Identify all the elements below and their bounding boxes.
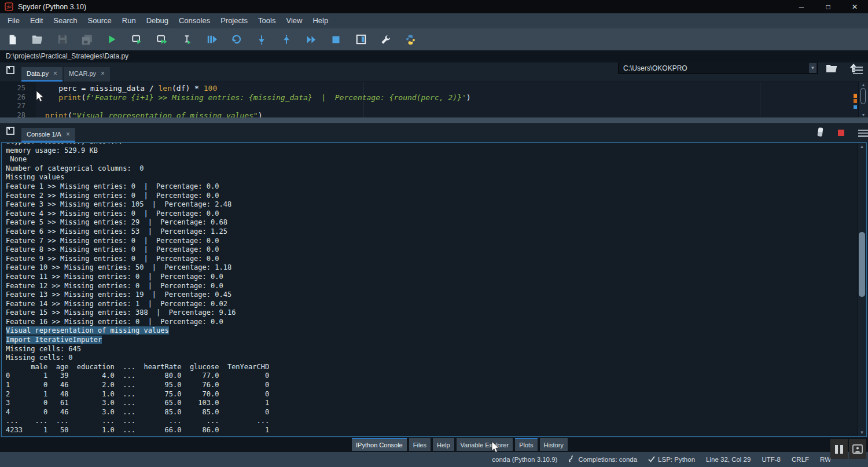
line-number: 25 xyxy=(0,84,36,93)
toolbar-buttons xyxy=(7,28,416,50)
console-line: Missing values xyxy=(6,173,856,182)
menu-item-help[interactable]: Help xyxy=(307,13,333,28)
console-line: Feature 3 >> Missing entries: 105 | Perc… xyxy=(6,200,856,209)
console-line: Feature 16 >> Missing entries: 0 | Perce… xyxy=(6,318,856,327)
close-button[interactable]: ✕ xyxy=(841,0,868,13)
console-line: Feature 13 >> Missing entries: 19 | Perc… xyxy=(6,291,856,300)
console-line: Feature 6 >> Missing entries: 53 | Perce… xyxy=(6,227,856,237)
remove-variables-icon[interactable] xyxy=(816,127,824,139)
editor-tab-data-py[interactable]: Data.py× xyxy=(21,67,62,82)
stop-icon[interactable] xyxy=(330,34,341,45)
console-options-menu-icon[interactable] xyxy=(858,130,868,137)
menu-item-tools[interactable]: Tools xyxy=(253,13,281,28)
bottom-tabs: IPython ConsoleFilesHelpVariable Explore… xyxy=(352,438,570,451)
console-line: Feature 10 >> Missing entries: 50 | Perc… xyxy=(6,263,856,273)
console-line: Feature 14 >> Missing entries: 1 | Perce… xyxy=(6,300,856,309)
menu-item-debug[interactable]: Debug xyxy=(141,13,174,28)
editor-options-menu-icon[interactable] xyxy=(853,67,863,74)
rerun-cell-icon[interactable] xyxy=(231,34,242,45)
image-icon xyxy=(852,444,863,454)
line-number: 27 xyxy=(0,102,36,111)
console-tab-bar: Console 1/A× xyxy=(0,123,868,142)
console-output: dtypes: float64(9), int64(7)memory usage… xyxy=(6,143,856,436)
console-body[interactable]: dtypes: float64(9), int64(7)memory usage… xyxy=(1,142,867,437)
browse-tabs-icon[interactable] xyxy=(6,126,16,135)
continue-icon[interactable] xyxy=(306,34,317,45)
pane-tab-files[interactable]: Files xyxy=(409,438,431,451)
console-tab-console-1-a[interactable]: Console 1/A× xyxy=(21,128,75,142)
python-env-icon[interactable] xyxy=(405,34,416,45)
status-permissions: RW xyxy=(820,456,831,463)
console-scrollbar[interactable]: ▲ ▼ xyxy=(857,143,866,436)
pane-tab-variable-explorer[interactable]: Variable Explorer xyxy=(457,438,513,451)
snake-icon xyxy=(568,455,575,464)
minimize-button[interactable]: ─ xyxy=(788,0,815,13)
menu-item-file[interactable]: File xyxy=(2,13,25,28)
main-toolbar: C:\Users\OKOKPRO ▼ xyxy=(0,28,868,50)
pause-button[interactable] xyxy=(830,439,848,459)
preferences-icon[interactable] xyxy=(380,34,391,45)
console-tab-strip: Console 1/A× xyxy=(21,128,76,142)
status-lsp: LSP: Python xyxy=(648,456,695,464)
code-line: print(f'Feature {i+1} >> Missing entries… xyxy=(41,93,856,102)
pane-tab-ipython-console[interactable]: IPython Console xyxy=(352,438,407,451)
editor-scrollbar[interactable]: ▲ ▼ xyxy=(858,82,868,117)
console-line: Missing cells: 645 xyxy=(6,345,856,354)
open-file-icon[interactable] xyxy=(32,34,43,45)
tab-label: MCAR.py xyxy=(69,70,96,77)
console-line: Feature 5 >> Missing entries: 29 | Perce… xyxy=(6,218,856,227)
close-icon[interactable]: × xyxy=(101,70,105,77)
editor-tab-mcar-py[interactable]: MCAR.py× xyxy=(64,67,110,82)
info-marker xyxy=(854,105,857,109)
browse-tabs-icon[interactable] xyxy=(6,65,16,75)
run-icon[interactable] xyxy=(106,34,117,45)
menu-item-run[interactable]: Run xyxy=(117,13,141,28)
menu-item-view[interactable]: View xyxy=(281,13,307,28)
menu-item-consoles[interactable]: Consoles xyxy=(174,13,215,28)
run-selection-icon[interactable] xyxy=(181,34,192,45)
menu-item-source[interactable]: Source xyxy=(83,13,117,28)
interrupt-kernel-icon[interactable] xyxy=(838,128,844,138)
overlay-buttons xyxy=(830,439,866,459)
line-number-gutter: 25262728 xyxy=(0,82,36,117)
line-number: 28 xyxy=(0,111,36,118)
console-line: Feature 8 >> Missing entries: 0 | Percen… xyxy=(6,245,856,255)
pane-tab-plots[interactable]: Plots xyxy=(515,438,537,451)
new-file-icon[interactable] xyxy=(7,34,18,45)
close-icon[interactable]: × xyxy=(66,131,70,138)
pane-tab-history[interactable]: History xyxy=(540,438,568,451)
menu-item-projects[interactable]: Projects xyxy=(215,13,253,28)
console-line: memory usage: 529.9 KB xyxy=(6,146,856,156)
console-line: Feature 12 >> Missing entries: 0 | Perce… xyxy=(6,282,856,291)
pane-tab-help[interactable]: Help xyxy=(433,438,454,451)
menu-item-edit[interactable]: Edit xyxy=(25,13,48,28)
console-line: None xyxy=(6,155,856,164)
console-line: 4233 1 50 1.0 ... 66.0 86.0 1 xyxy=(6,426,856,435)
menu-item-search[interactable]: Search xyxy=(48,13,82,28)
console-line: 2 1 48 1.0 ... 75.0 70.0 0 xyxy=(6,390,856,399)
close-icon[interactable]: × xyxy=(53,70,57,77)
maximize-pane-icon[interactable] xyxy=(355,34,366,45)
editor-scrollbar-thumb[interactable] xyxy=(860,88,866,104)
warning-marker xyxy=(854,94,857,98)
spyder-logo-icon xyxy=(5,2,13,11)
console-line: 4 0 46 3.0 ... 85.0 85.0 0 xyxy=(6,408,856,417)
code-editor[interactable]: 25262728 perc = missing_data / len(df) *… xyxy=(0,82,868,117)
console-line: Feature 4 >> Missing entries: 0 | Percen… xyxy=(6,209,856,219)
console-line: 3 0 61 3.0 ... 65.0 103.0 1 xyxy=(6,399,856,408)
run-cell-icon[interactable] xyxy=(131,34,142,45)
save-all-icon xyxy=(82,34,93,45)
run-cell-advance-icon[interactable] xyxy=(156,34,167,45)
step-return-icon[interactable] xyxy=(281,34,292,45)
save-icon xyxy=(57,34,68,45)
console-line: Feature 9 >> Missing entries: 0 | Percen… xyxy=(6,255,856,264)
run-until-icon[interactable] xyxy=(206,34,217,45)
console-scrollbar-thumb[interactable] xyxy=(859,232,865,297)
status-bar: conda (Python 3.10.9)Completions: condaL… xyxy=(0,452,868,467)
snapshot-button[interactable] xyxy=(849,439,866,459)
maximize-button[interactable]: □ xyxy=(815,0,841,13)
pane-splitter[interactable] xyxy=(0,117,868,123)
step-into-icon[interactable] xyxy=(256,34,267,45)
console-line: Import IterativeImputer xyxy=(6,336,856,345)
current-file-path: D:\projects\Practical_Strategies\Data.py xyxy=(6,52,128,60)
